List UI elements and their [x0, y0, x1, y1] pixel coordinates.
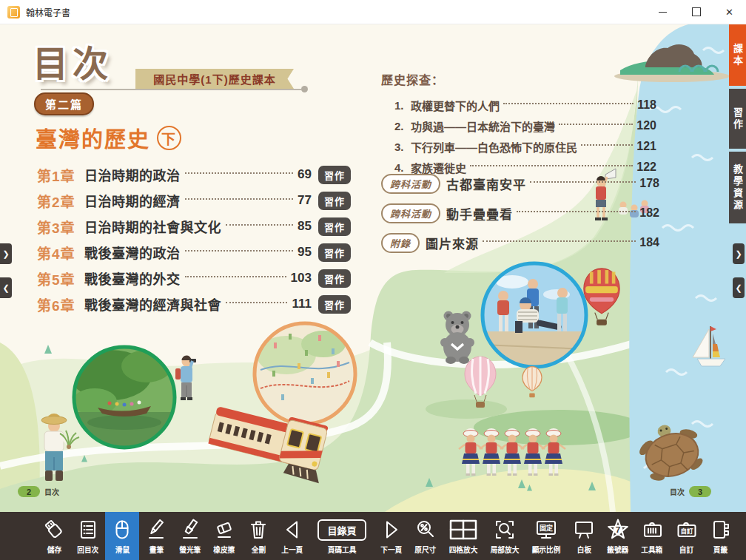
explore-number: 4. [394, 161, 411, 174]
explore-heading: 歷史探查： [381, 70, 656, 88]
dot-leader [470, 165, 633, 166]
chapter-page: 85 [298, 219, 312, 234]
region-magnify-button[interactable]: 局部放大 [484, 512, 525, 560]
pink-hot-air-balloon [465, 357, 496, 408]
tab-workbook[interactable]: 習作 [729, 89, 746, 149]
page-tabs-icon [709, 516, 731, 543]
activity-row[interactable]: 跨科活動 動手疊疊看 182 [381, 202, 659, 224]
activity-title: 古都臺南安平 [446, 175, 526, 193]
activity-row[interactable]: 跨科活動 古都臺南安平 178 [381, 172, 659, 195]
back-to-toc-button[interactable]: 回目次 [71, 512, 105, 560]
display-scale-button[interactable]: 固定 顯示比例 [525, 512, 567, 560]
mouse-tool-button[interactable]: 滑鼠 [105, 512, 139, 560]
activity-section: 跨科活動 古都臺南安平 178 跨科活動 動手疊疊看 182 附錄 圖片來源 1… [381, 172, 659, 261]
chapter-row[interactable]: 第5章 戰後臺灣的外交 103 習作 [37, 269, 351, 288]
section-badge: 第二篇 [34, 92, 94, 115]
chapter-row[interactable]: 第2章 日治時期的經濟 77 習作 [37, 191, 351, 210]
right-page-number-pill: 3 [689, 486, 711, 497]
tab-textbook[interactable]: 課本 [729, 24, 746, 86]
right-panel-expand-button[interactable]: ❯ [733, 243, 745, 264]
bear-illustration [440, 311, 474, 365]
chapter-row[interactable]: 第1章 日治時期的政治 69 習作 [37, 165, 351, 184]
left-panel-expand-button[interactable]: ❯ [0, 243, 12, 264]
toolbox-icon [641, 516, 663, 543]
chapter-row[interactable]: 第4章 戰後臺灣的政治 95 習作 [37, 243, 351, 262]
workbook-badge[interactable]: 習作 [318, 217, 351, 236]
chapter-row[interactable]: 第6章 戰後臺灣的經濟與社會 111 習作 [37, 294, 351, 314]
explore-page: 120 [636, 119, 656, 132]
dot-leader [559, 124, 633, 125]
toolbox-button[interactable]: 工具箱 [635, 512, 669, 560]
original-size-button[interactable]: 原尺寸 [409, 512, 443, 560]
current-page-label[interactable]: 目錄頁 [317, 519, 366, 541]
delete-all-button[interactable]: 全刪 [241, 512, 275, 560]
dot-leader [503, 103, 634, 104]
right-panel-collapse-button[interactable]: ❮ [733, 277, 745, 298]
number-picker-button[interactable]: 7 籤號器 [601, 512, 635, 560]
quad-magnify-icon [448, 516, 478, 543]
aboriginal-dancers-illustration [459, 428, 565, 476]
app-title: 翰林電子書 [26, 6, 70, 18]
save-button[interactable]: 儲存 [37, 512, 71, 560]
custom-toolbox-button[interactable]: 自訂 自訂 [669, 512, 703, 560]
activity-badge: 跨科活動 [381, 174, 440, 194]
highlighter-icon [179, 516, 201, 543]
minimize-button[interactable] [646, 0, 679, 24]
titlebar: 翰林電子書 ✕ [0, 0, 746, 24]
eraser-tool-button[interactable]: 橡皮擦 [207, 512, 241, 560]
whiteboard-button[interactable]: 白板 [567, 512, 601, 560]
section-title: 臺灣的歷史 下 [36, 122, 181, 153]
workbook-badge[interactable]: 習作 [318, 295, 351, 314]
explore-row[interactable]: 3. 下行列車——白色恐怖下的原住民 121 [394, 136, 656, 157]
toolbar: 儲存 回目次 滑鼠 畫筆 螢光筆 [0, 512, 746, 560]
workbook-badge[interactable]: 習作 [318, 243, 351, 262]
prev-page-icon [281, 516, 303, 543]
dot-leader [185, 198, 294, 200]
dot-leader [517, 211, 636, 212]
workbook-badge[interactable]: 習作 [318, 269, 351, 288]
close-button[interactable]: ✕ [713, 0, 746, 24]
maximize-button[interactable] [679, 0, 713, 24]
explore-title: 下行列車——白色恐怖下的原住民 [411, 139, 577, 155]
title-rule-dot [301, 86, 308, 92]
chapter-number: 第3章 [37, 217, 84, 237]
original-size-icon [414, 516, 437, 543]
next-page-button[interactable]: 下一頁 [374, 512, 409, 560]
highlighter-tool-button[interactable]: 螢光筆 [173, 512, 207, 560]
chapter-number: 第4章 [37, 243, 84, 263]
prev-page-button[interactable]: 上一頁 [275, 512, 309, 560]
back-to-toc-icon [77, 516, 99, 543]
page-number-tool-button[interactable]: 目錄頁 頁碼工具 [309, 512, 374, 560]
chapter-number: 第6章 [37, 294, 84, 314]
workbook-badge[interactable]: 習作 [318, 192, 351, 210]
close-icon: ✕ [725, 7, 733, 17]
chapter-page: 111 [292, 297, 312, 311]
chapter-number: 第2章 [37, 191, 84, 211]
quad-magnify-button[interactable]: 四格放大 [443, 512, 484, 560]
svg-text:7: 7 [616, 524, 621, 534]
activity-row[interactable]: 附錄 圖片來源 184 [381, 232, 659, 254]
explore-page: 121 [636, 140, 656, 153]
chapter-title: 日治時期的政治 [84, 165, 181, 184]
explore-row[interactable]: 1. 政權更替下的人們 118 [394, 95, 656, 115]
svg-text:固定: 固定 [540, 524, 554, 532]
workbook-badge[interactable]: 習作 [318, 166, 351, 184]
chapter-row[interactable]: 第3章 日治時期的社會與文化 85 習作 [37, 217, 351, 236]
explore-number: 1. [394, 99, 411, 112]
usb-save-icon [43, 516, 65, 543]
tab-teaching-resources[interactable]: 教學資源 [729, 152, 746, 223]
left-panel-collapse-button[interactable]: ❮ [0, 277, 12, 298]
delete-all-icon [247, 516, 269, 543]
chapter-list: 第1章 日治時期的政治 69 習作 第2章 日治時期的經濟 77 習作 第3章 … [37, 165, 351, 320]
dot-leader [185, 276, 286, 277]
explore-row[interactable]: 2. 功與過——日本統治下的臺灣 120 [394, 115, 656, 136]
mouse-icon [111, 516, 133, 543]
explore-title: 功與過——日本統治下的臺灣 [411, 118, 555, 134]
explore-title: 政權更替下的人們 [411, 98, 500, 113]
section-title-text: 臺灣的歷史 [36, 122, 150, 153]
chapter-page: 95 [298, 245, 312, 260]
dot-leader [581, 144, 633, 146]
pen-tool-button[interactable]: 畫筆 [139, 512, 173, 560]
dot-leader [530, 181, 636, 183]
page-tabs-button[interactable]: 頁籤 [703, 512, 737, 560]
